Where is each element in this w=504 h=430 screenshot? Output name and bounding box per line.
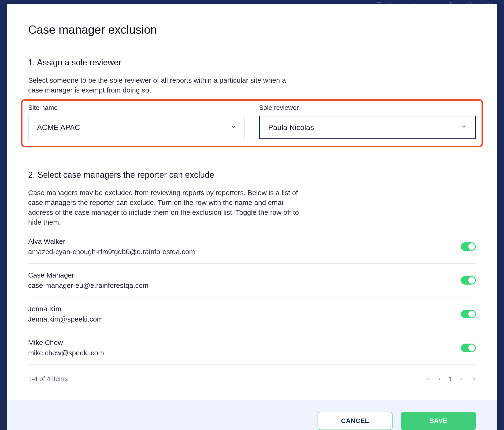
site-name-select[interactable]: ACME APAC [28, 116, 245, 139]
sole-reviewer-label: Sole reviewer [259, 104, 476, 111]
manager-toggle[interactable] [461, 310, 476, 318]
manager-row: Alva Walker amazed-cyan-chough-rfm9tgdb0… [28, 237, 476, 264]
sole-reviewer-value: Paula Nicolas [268, 123, 314, 132]
section-divider [28, 158, 476, 158]
manager-toggle[interactable] [461, 344, 476, 352]
pagination-bar: 1-4 of 4 items 1 [28, 375, 476, 383]
section1-desc: Select someone to be the sole reviewer o… [28, 75, 290, 95]
modal-body: Case manager exclusion 1. Assign a sole … [7, 4, 497, 400]
page-current: 1 [449, 375, 452, 383]
manager-email: mike.chew@speeki.com [28, 349, 104, 357]
cancel-button[interactable]: CANCEL [318, 412, 393, 430]
manager-row: Case Manager case-manager-eu@e.rainfores… [28, 264, 476, 297]
chevron-down-icon [461, 123, 467, 132]
page-last-button[interactable] [471, 376, 476, 382]
manager-row: Mike Chew mike.chew@speeki.com [28, 331, 476, 365]
manager-info: Case Manager case-manager-eu@e.rainfores… [28, 271, 148, 289]
modal-footer: CANCEL SAVE [7, 400, 497, 430]
manager-name: Mike Chew [28, 339, 104, 347]
reviewer-assignment-highlight: Site name ACME APAC Sole reviewer Paula … [21, 99, 483, 147]
manager-toggle[interactable] [461, 276, 476, 285]
sole-reviewer-field: Sole reviewer Paula Nicolas [259, 104, 476, 139]
site-name-value: ACME APAC [37, 123, 80, 132]
chevron-down-icon [230, 123, 236, 132]
sole-reviewer-select[interactable]: Paula Nicolas [259, 116, 476, 139]
page-first-button[interactable] [425, 376, 431, 382]
manager-name: Jenna Kim [28, 305, 103, 313]
manager-toggle[interactable] [461, 242, 476, 251]
manager-info: Mike Chew mike.chew@speeki.com [28, 339, 104, 357]
manager-row: Jenna Kim Jenna.kim@speeki.com [28, 297, 476, 331]
section2-title: 2. Select case managers the reporter can… [28, 170, 476, 180]
manager-name: Case Manager [28, 271, 148, 279]
pager-controls: 1 [425, 375, 476, 383]
modal-title: Case manager exclusion [28, 23, 476, 36]
manager-email: case-manager-eu@e.rainforestqa.com [28, 281, 148, 289]
reviewer-field-row: Site name ACME APAC Sole reviewer Paula … [28, 104, 476, 139]
site-name-field: Site name ACME APAC [28, 104, 245, 139]
page-next-button[interactable] [459, 376, 464, 382]
manager-info: Alva Walker amazed-cyan-chough-rfm9tgdb0… [28, 237, 195, 256]
manager-email: amazed-cyan-chough-rfm9tgdb0@e.rainfores… [28, 248, 195, 256]
manager-info: Jenna Kim Jenna.kim@speeki.com [28, 305, 103, 323]
manager-list: Alva Walker amazed-cyan-chough-rfm9tgdb0… [28, 237, 476, 365]
manager-email: Jenna.kim@speeki.com [28, 315, 103, 323]
section1-title: 1. Assign a sole reviewer [28, 58, 476, 67]
section2-desc: Case managers may be excluded from revie… [28, 188, 300, 227]
site-name-label: Site name [28, 104, 245, 111]
pagination-summary: 1-4 of 4 items [28, 375, 68, 383]
case-manager-exclusion-modal: Case manager exclusion 1. Assign a sole … [7, 4, 497, 430]
page-prev-button[interactable] [437, 376, 442, 382]
save-button[interactable]: SAVE [401, 412, 476, 430]
manager-name: Alva Walker [28, 237, 195, 245]
